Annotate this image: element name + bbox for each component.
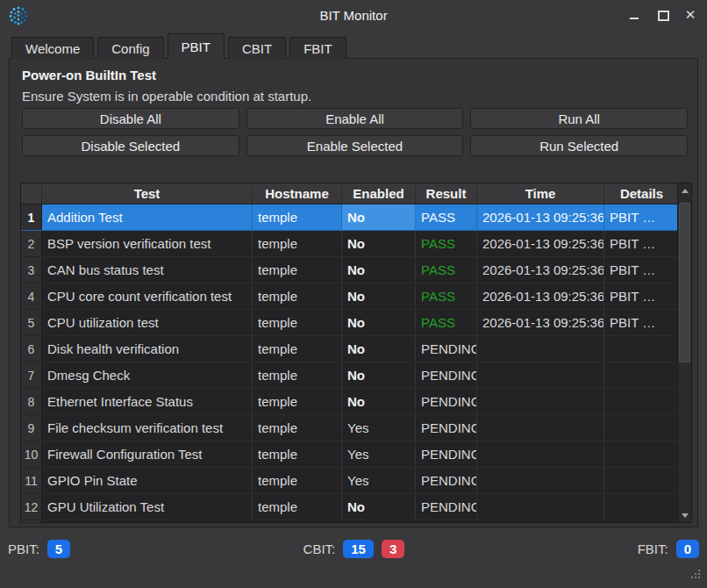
table-row[interactable]: 6Disk health verificationtempleNoPENDING bbox=[21, 336, 691, 362]
cell-details[interactable]: PBIT … bbox=[604, 257, 679, 283]
table-row[interactable]: 2BSP version verification testtempleNoPA… bbox=[21, 231, 691, 257]
table-row[interactable]: 10Firewall Configuration TesttempleYesPE… bbox=[21, 441, 691, 468]
cell-result[interactable]: PASS bbox=[416, 231, 477, 257]
close-button[interactable]: ✕ bbox=[684, 9, 696, 21]
cell-hostname[interactable]: temple bbox=[253, 257, 342, 283]
table-row[interactable]: 7Dmesg ChecktempleNoPENDING bbox=[21, 362, 691, 389]
tab-cbit[interactable]: CBIT bbox=[228, 37, 286, 59]
maximize-button[interactable] bbox=[656, 9, 668, 21]
cell-enabled[interactable]: Yes bbox=[342, 415, 416, 441]
cell-time[interactable] bbox=[477, 468, 604, 494]
table-row[interactable]: 3CAN bus status testtempleNoPASS2026-01-… bbox=[21, 257, 691, 283]
cell-details[interactable] bbox=[604, 336, 679, 362]
cell-time[interactable] bbox=[477, 415, 604, 441]
tab-welcome[interactable]: Welcome bbox=[11, 37, 94, 59]
cell-result[interactable]: PENDING bbox=[416, 468, 477, 494]
row-number[interactable]: 8 bbox=[21, 389, 42, 415]
cell-result[interactable]: PENDING bbox=[416, 441, 477, 468]
cell-enabled[interactable]: Yes bbox=[342, 441, 416, 468]
cell-test[interactable]: BSP version verification test bbox=[42, 231, 253, 257]
cell-hostname[interactable]: temple bbox=[253, 468, 342, 494]
column-header-enabled[interactable]: Enabled bbox=[342, 183, 416, 204]
cell-details[interactable] bbox=[604, 441, 679, 468]
cell-hostname[interactable]: temple bbox=[253, 494, 342, 520]
table-row[interactable]: 8Ethernet Interface StatustempleNoPENDIN… bbox=[21, 389, 691, 415]
cell-enabled[interactable]: No bbox=[342, 283, 416, 310]
row-number[interactable]: 3 bbox=[21, 257, 42, 283]
cell-test[interactable]: Dmesg Check bbox=[42, 362, 253, 389]
tab-pbit[interactable]: PBIT bbox=[168, 33, 225, 59]
scrollbar-up-arrow[interactable] bbox=[678, 183, 692, 197]
cell-hostname[interactable]: temple bbox=[253, 415, 342, 441]
cell-hostname[interactable]: temple bbox=[253, 362, 342, 389]
cell-test[interactable]: GPU Utilization Test bbox=[42, 494, 253, 520]
cell-details[interactable]: PBIT … bbox=[604, 231, 679, 257]
row-number[interactable]: 2 bbox=[21, 231, 42, 257]
cell-enabled[interactable]: No bbox=[342, 257, 416, 283]
cell-result[interactable]: PENDING bbox=[416, 415, 477, 441]
table-row[interactable]: 12GPU Utilization TesttempleNoPENDING bbox=[21, 494, 691, 520]
column-header-test[interactable]: Test bbox=[42, 183, 253, 204]
row-number[interactable]: 6 bbox=[21, 336, 42, 362]
cell-details[interactable] bbox=[604, 415, 679, 441]
column-header-details[interactable]: Details bbox=[604, 183, 679, 204]
cell-test[interactable]: CPU core count verification test bbox=[42, 283, 253, 310]
table-row[interactable]: 4CPU core count verification testtempleN… bbox=[21, 283, 691, 310]
cell-test[interactable]: File checksum verification test bbox=[42, 415, 253, 441]
row-number[interactable]: 12 bbox=[21, 494, 42, 520]
resize-grip[interactable] bbox=[689, 568, 700, 578]
cell-enabled[interactable]: No bbox=[342, 494, 416, 520]
cell-enabled[interactable]: No bbox=[342, 310, 416, 336]
cell-test[interactable]: Addition Test bbox=[42, 204, 253, 231]
cell-details[interactable]: PBIT … bbox=[604, 283, 679, 310]
cell-result[interactable]: PASS bbox=[416, 283, 477, 310]
cell-hostname[interactable]: temple bbox=[253, 204, 342, 231]
cell-test[interactable]: Disk health verification bbox=[42, 336, 253, 362]
tab-config[interactable]: Config bbox=[97, 37, 163, 59]
row-number[interactable]: 7 bbox=[21, 362, 42, 389]
cell-result[interactable]: PENDING bbox=[416, 336, 477, 362]
cell-time[interactable] bbox=[477, 494, 604, 520]
cell-result[interactable]: PENDING bbox=[416, 494, 477, 520]
enable-all-button[interactable]: Enable All bbox=[246, 108, 464, 129]
cell-time[interactable]: 2026-01-13 09:25:36 bbox=[477, 283, 604, 310]
cell-hostname[interactable]: temple bbox=[253, 310, 342, 336]
cell-result[interactable]: PENDING bbox=[416, 362, 477, 389]
table-vertical-scrollbar[interactable] bbox=[677, 183, 691, 522]
table-row[interactable]: 5CPU utilization testtempleNoPASS2026-01… bbox=[21, 310, 691, 336]
cell-time[interactable] bbox=[477, 362, 604, 389]
cell-details[interactable] bbox=[604, 494, 679, 520]
run-selected-button[interactable]: Run Selected bbox=[470, 135, 688, 156]
scrollbar-down-arrow[interactable] bbox=[678, 508, 692, 522]
row-number[interactable]: 9 bbox=[21, 415, 42, 441]
cell-details[interactable]: PBIT … bbox=[604, 310, 679, 336]
disable-all-button[interactable]: Disable All bbox=[22, 108, 239, 129]
cell-hostname[interactable]: temple bbox=[253, 283, 342, 310]
cell-details[interactable]: PBIT … bbox=[604, 204, 679, 231]
minimize-button[interactable] bbox=[628, 9, 640, 21]
row-number[interactable]: 10 bbox=[21, 441, 42, 468]
cell-enabled[interactable]: No bbox=[342, 362, 416, 389]
cell-test[interactable]: CAN bus status test bbox=[42, 257, 253, 283]
cell-test[interactable]: CPU utilization test bbox=[42, 310, 253, 336]
row-number[interactable]: 4 bbox=[21, 283, 42, 310]
cell-hostname[interactable]: temple bbox=[253, 389, 342, 415]
table-row[interactable]: 11GPIO Pin StatetempleYesPENDING bbox=[21, 468, 691, 494]
cell-result[interactable]: PASS bbox=[416, 257, 477, 283]
column-header-result[interactable]: Result bbox=[416, 183, 477, 204]
cell-time[interactable]: 2026-01-13 09:25:36 bbox=[477, 231, 604, 257]
cell-details[interactable] bbox=[604, 389, 679, 415]
scrollbar-thumb[interactable] bbox=[679, 203, 690, 362]
cell-time[interactable]: 2026-01-13 09:25:36 bbox=[477, 257, 604, 283]
row-number[interactable]: 1 bbox=[21, 204, 42, 231]
table-row[interactable]: 1Addition TesttempleNoPASS2026-01-13 09:… bbox=[21, 204, 691, 231]
row-number[interactable]: 11 bbox=[21, 468, 42, 494]
cell-time[interactable]: 2026-01-13 09:25:36 bbox=[477, 204, 604, 231]
cell-result[interactable]: PASS bbox=[416, 204, 477, 231]
row-number[interactable]: 5 bbox=[21, 310, 42, 336]
cell-test[interactable]: Firewall Configuration Test bbox=[42, 441, 253, 468]
cell-details[interactable] bbox=[604, 468, 679, 494]
cell-result[interactable]: PENDING bbox=[416, 389, 477, 415]
cell-test[interactable]: GPIO Pin State bbox=[42, 468, 253, 494]
table-row[interactable]: 9File checksum verification testtempleYe… bbox=[21, 415, 691, 441]
